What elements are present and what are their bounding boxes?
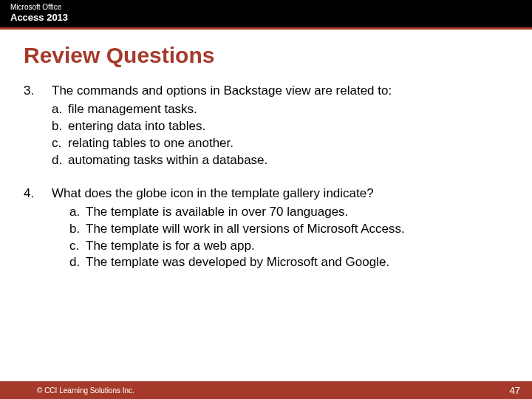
option-letter: a.	[52, 101, 68, 118]
question-options: a. file management tasks. b. entering da…	[52, 101, 508, 169]
option-a: a. The template is available in over 70 …	[69, 204, 508, 221]
question-number: 4.	[24, 185, 52, 272]
content-area: 3. The commands and options in Backstage…	[0, 83, 532, 271]
slide-footer: © CCI Learning Solutions Inc. 47	[0, 381, 532, 399]
header-bold-text: Access 2013	[10, 12, 522, 23]
question-body: What does the globe icon in the template…	[52, 185, 508, 272]
option-b: b. entering data into tables.	[52, 118, 508, 135]
slide-title: Review Questions	[24, 43, 532, 68]
option-b: b. The template will work in all version…	[69, 221, 508, 238]
option-a: a. file management tasks.	[52, 101, 508, 118]
option-c: c. relating tables to one another.	[52, 135, 508, 152]
option-c: c. The template is for a web app.	[69, 238, 508, 255]
option-letter: b.	[52, 118, 68, 135]
option-letter: d.	[69, 254, 86, 271]
option-letter: c.	[69, 238, 86, 255]
option-d: d. automating tasks within a database.	[52, 152, 508, 169]
option-text: The template was developed by Microsoft …	[86, 254, 389, 271]
option-text: The template will work in all versions o…	[86, 221, 405, 238]
option-text: entering data into tables.	[68, 118, 205, 135]
option-text: relating tables to one another.	[68, 135, 233, 152]
option-text: automating tasks within a database.	[68, 152, 267, 169]
footer-page-number: 47	[510, 385, 520, 396]
question-body: The commands and options in Backstage vi…	[52, 83, 508, 169]
question-options: a. The template is available in over 70 …	[69, 204, 508, 272]
header-small-text: Microsoft Office	[10, 3, 522, 11]
question-stem: What does the globe icon in the template…	[52, 185, 508, 202]
option-letter: d.	[52, 152, 68, 169]
option-letter: a.	[69, 204, 86, 221]
question-number: 3.	[24, 83, 52, 169]
question-stem: The commands and options in Backstage vi…	[52, 83, 508, 100]
option-letter: c.	[52, 135, 68, 152]
option-text: The template is available in over 70 lan…	[86, 204, 348, 221]
option-text: The template is for a web app.	[86, 238, 255, 255]
footer-copyright: © CCI Learning Solutions Inc.	[37, 386, 134, 395]
option-letter: b.	[69, 221, 86, 238]
option-text: file management tasks.	[68, 101, 197, 118]
option-d: d. The template was developed by Microso…	[69, 254, 508, 271]
question-3: 3. The commands and options in Backstage…	[24, 83, 508, 169]
question-4: 4. What does the globe icon in the templ…	[24, 185, 508, 272]
slide-header: Microsoft Office Access 2013	[0, 0, 532, 30]
